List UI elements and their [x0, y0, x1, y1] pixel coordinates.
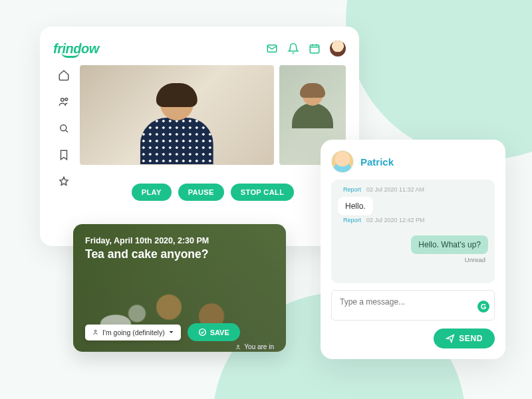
svg-point-5 — [94, 330, 96, 332]
report-link[interactable]: Report — [343, 217, 361, 223]
message-bubble-incoming: Hello. — [338, 197, 373, 215]
svg-point-4 — [61, 125, 66, 131]
chevron-down-icon — [168, 329, 174, 335]
send-button[interactable]: SEND — [434, 329, 495, 348]
chat-messages: Report 02 Jul 2020 11:32 AM Hello. Repor… — [331, 180, 495, 283]
rsvp-dropdown[interactable]: I'm going (definitely) — [85, 325, 181, 340]
video-area: PLAY PAUSE STOP CALL — [80, 65, 346, 217]
svg-point-2 — [61, 98, 65, 102]
message-input[interactable] — [331, 290, 495, 321]
app-logo[interactable]: frindow — [53, 41, 99, 57]
person-icon — [92, 329, 99, 336]
pause-button[interactable]: PAUSE — [178, 184, 224, 201]
rsvp-selected-label: I'm going (definitely) — [102, 329, 165, 336]
person-icon — [235, 344, 241, 350]
stop-call-button[interactable]: STOP CALL — [231, 184, 295, 201]
background-blob — [346, 0, 532, 160]
chat-panel: Patrick Report 02 Jul 2020 11:32 AM Hell… — [321, 140, 505, 359]
video-call-panel: frindow — [40, 27, 359, 246]
chat-header: Patrick — [331, 150, 495, 173]
search-icon[interactable] — [58, 122, 70, 134]
grammar-badge-icon[interactable]: G — [477, 301, 489, 313]
event-status: You are in — [235, 343, 274, 350]
bell-icon[interactable] — [287, 43, 299, 55]
user-avatar[interactable] — [330, 41, 346, 57]
contact-avatar[interactable] — [331, 150, 354, 173]
sidebar-nav — [53, 65, 74, 217]
message-timestamp: 02 Jul 2020 11:32 AM — [366, 186, 424, 193]
send-label: SEND — [459, 334, 483, 343]
save-event-button[interactable]: SAVE — [188, 323, 240, 341]
message-meta: Report 02 Jul 2020 12:42 PM — [338, 217, 488, 223]
home-icon[interactable] — [58, 69, 70, 81]
play-button[interactable]: PLAY — [132, 184, 172, 201]
video-stream-main[interactable] — [80, 65, 274, 165]
send-icon — [446, 334, 455, 343]
message-status: Unread — [338, 256, 488, 263]
event-title: Tea and cake anyone? — [85, 247, 274, 261]
contact-name[interactable]: Patrick — [360, 156, 394, 168]
calendar-icon[interactable] — [309, 43, 321, 55]
svg-point-3 — [65, 98, 68, 100]
save-label: SAVE — [210, 329, 229, 336]
message-timestamp: 02 Jul 2020 12:42 PM — [366, 217, 425, 223]
event-datetime: Friday, April 10th 2020, 2:30 PM — [85, 236, 274, 245]
check-circle-icon — [198, 328, 207, 336]
star-icon[interactable] — [58, 176, 70, 188]
people-icon[interactable] — [58, 96, 70, 108]
message-bubble-outgoing: Hello. What's up? — [411, 235, 488, 254]
mail-icon[interactable] — [266, 43, 278, 55]
bookmark-icon[interactable] — [58, 149, 70, 161]
message-meta: Report 02 Jul 2020 11:32 AM — [338, 186, 488, 193]
call-controls: PLAY PAUSE STOP CALL — [80, 184, 346, 201]
report-link[interactable]: Report — [343, 186, 361, 193]
event-card[interactable]: Friday, April 10th 2020, 2:30 PM Tea and… — [73, 224, 286, 352]
chat-input-row: G — [331, 290, 495, 323]
topbar-actions — [266, 41, 346, 57]
svg-rect-1 — [310, 45, 319, 53]
topbar: frindow — [53, 37, 346, 60]
svg-point-7 — [237, 345, 239, 347]
